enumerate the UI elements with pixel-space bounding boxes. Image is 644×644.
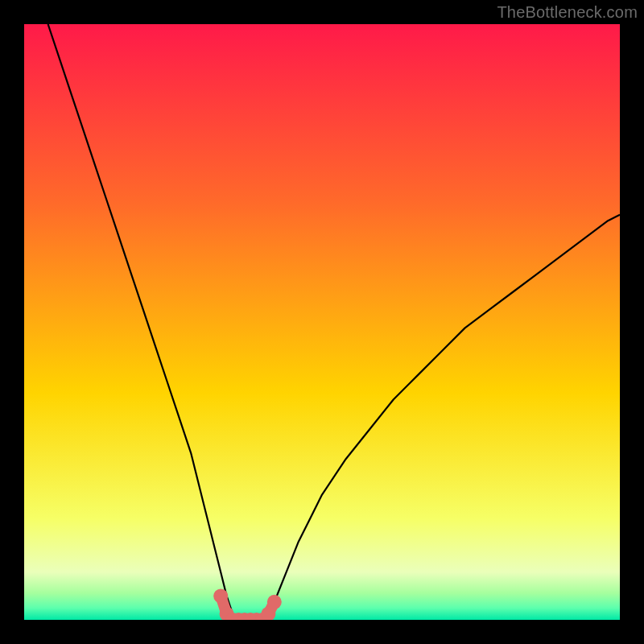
outer-frame: TheBottleneck.com: [0, 0, 644, 644]
chart-plot-area: [24, 24, 620, 620]
chart-svg: [24, 24, 620, 620]
marker-dot: [267, 595, 282, 609]
attribution-text: TheBottleneck.com: [497, 3, 638, 22]
chart-background: [24, 24, 620, 620]
marker-dot: [213, 588, 228, 603]
